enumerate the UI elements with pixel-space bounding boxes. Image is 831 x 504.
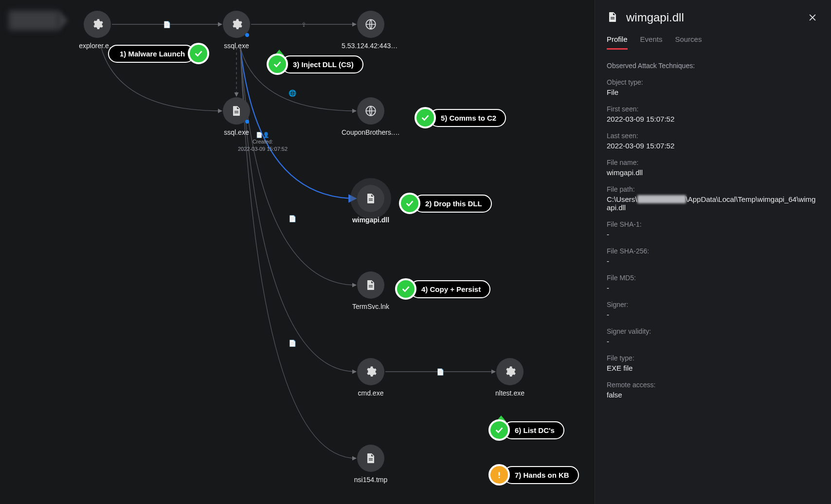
field-key: Signer: xyxy=(607,301,819,308)
edge-icon: 📄 xyxy=(288,214,297,223)
node-coupon[interactable]: CouponBrothers.…com xyxy=(342,97,400,136)
field-value: 2022-03-09 15:07:52 xyxy=(607,142,819,150)
field-key: Object type: xyxy=(607,78,819,86)
edge-icon: ⇪ xyxy=(299,20,308,29)
panel-title: wimgapi.dll xyxy=(626,11,799,24)
field-key: Remote access: xyxy=(607,381,819,389)
globe-icon xyxy=(357,97,384,125)
annotation-label: 5) Comms to C2 xyxy=(429,109,506,127)
status-dot-icon xyxy=(245,120,249,124)
file-icon xyxy=(357,445,384,472)
node-label: TermSvc.lnk xyxy=(342,303,400,310)
gear-icon xyxy=(496,358,524,385)
root-chip xyxy=(9,11,59,30)
node-ssql1[interactable]: ssql.exe xyxy=(207,11,266,50)
node-nsi[interactable]: nsi154.tmp xyxy=(342,445,400,484)
node-label: nsi154.tmp xyxy=(342,476,400,484)
details-panel: wimgapi.dll ProfileEventsSources Observe… xyxy=(595,0,831,504)
node-label: CouponBrothers.…com xyxy=(342,128,400,136)
file-icon xyxy=(357,185,384,212)
annotation-badge: 4) Copy + Persist xyxy=(395,280,490,298)
field-value: - xyxy=(607,337,819,345)
check-icon xyxy=(188,43,209,64)
close-button[interactable] xyxy=(806,11,819,24)
check-icon xyxy=(395,278,416,300)
panel-tabs: ProfileEventsSources xyxy=(607,35,819,50)
field-key: File path: xyxy=(607,185,819,193)
file-icon xyxy=(357,271,384,299)
field-value: - xyxy=(607,310,819,319)
annotation-badge: 7) Hands on KB xyxy=(488,466,579,484)
gear-icon xyxy=(357,358,384,385)
field-key: File SHA-256: xyxy=(607,247,819,255)
annotation-label: 3) Inject DLL (CS) xyxy=(281,55,363,73)
field-value: wimgapi.dll xyxy=(607,168,819,177)
file-icon xyxy=(607,11,619,24)
field-key: File type: xyxy=(607,354,819,362)
node-label: 5.53.124.42:443…2:443 xyxy=(342,42,400,50)
svg-point-2 xyxy=(499,477,500,478)
node-label: wimgapi.dll xyxy=(342,216,400,224)
edge-icon: 📄 xyxy=(436,367,445,376)
globe-icon xyxy=(357,11,384,38)
field-value: EXE file xyxy=(607,364,819,372)
field-key: Last seen: xyxy=(607,132,819,140)
check-icon xyxy=(399,193,420,214)
field-value: false xyxy=(607,391,819,399)
status-dot-icon xyxy=(245,33,249,37)
annotation-badge: 6) List DC's xyxy=(488,421,564,439)
tab-profile[interactable]: Profile xyxy=(607,35,628,50)
field-key: File SHA-1: xyxy=(607,220,819,228)
annotation-label: 1) Malware Launch xyxy=(108,45,195,63)
check-icon xyxy=(488,419,510,441)
annotation-badge: 5) Comms to C2 xyxy=(415,109,506,126)
field-value: - xyxy=(607,284,819,292)
warning-icon xyxy=(488,464,510,486)
edge-icon: 📄 xyxy=(163,20,171,29)
check-icon xyxy=(267,54,288,75)
node-ssql2[interactable]: ssql.exe xyxy=(207,97,266,136)
root-chip-arrow xyxy=(58,11,68,30)
node-cmd[interactable]: cmd.exe xyxy=(342,358,400,397)
edge-created-note: 📄👤Created:2022-03-09 15:07:52 xyxy=(234,131,292,152)
field-value: 2022-03-09 15:07:52 xyxy=(607,115,819,123)
annotation-label: 4) Copy + Persist xyxy=(410,280,490,298)
node-label: nltest.exe xyxy=(481,389,539,397)
annotation-label: 2) Drop this DLL xyxy=(414,195,492,213)
tab-sources[interactable]: Sources xyxy=(675,35,702,50)
check-icon xyxy=(415,107,436,128)
annotation-badge: 3) Inject DLL (CS) xyxy=(267,55,363,73)
annotation-badge: 1) Malware Launch xyxy=(108,45,209,62)
annotation-badge: 2) Drop this DLL xyxy=(399,195,492,212)
annotation-label: 7) Hands on KB xyxy=(503,466,579,484)
annotation-label: 6) List DC's xyxy=(503,421,564,439)
field-key: File name: xyxy=(607,159,819,166)
node-label: cmd.exe xyxy=(342,389,400,397)
field-value: - xyxy=(607,230,819,238)
edge-icon: 📄 xyxy=(288,339,297,348)
field-value: C:\Users\XXXXXXXXXX\AppData\Local\Temp\w… xyxy=(607,195,819,212)
field-key: Signer validity: xyxy=(607,327,819,335)
edge-icon: 🌐 xyxy=(288,89,297,98)
node-explorer[interactable]: explorer.e… xyxy=(68,11,126,50)
field-value: File xyxy=(607,88,819,96)
node-wimgapi[interactable]: wimgapi.dll xyxy=(342,185,400,224)
section-heading: Observed Attack Techniques: xyxy=(607,62,819,70)
field-key: File MD5: xyxy=(607,274,819,282)
tab-events[interactable]: Events xyxy=(640,35,663,50)
node-termsvc[interactable]: TermSvc.lnk xyxy=(342,271,400,310)
field-value: - xyxy=(607,257,819,265)
node-nltest[interactable]: nltest.exe xyxy=(481,358,539,397)
node-ip[interactable]: 5.53.124.42:443…2:443 xyxy=(342,11,400,50)
field-key: First seen: xyxy=(607,105,819,113)
gear-icon xyxy=(84,11,111,38)
node-label: ssql.exe xyxy=(207,42,266,50)
process-graph-canvas[interactable]: explorer.e…ssql.exe5.53.124.42:443…2:443… xyxy=(0,0,595,504)
